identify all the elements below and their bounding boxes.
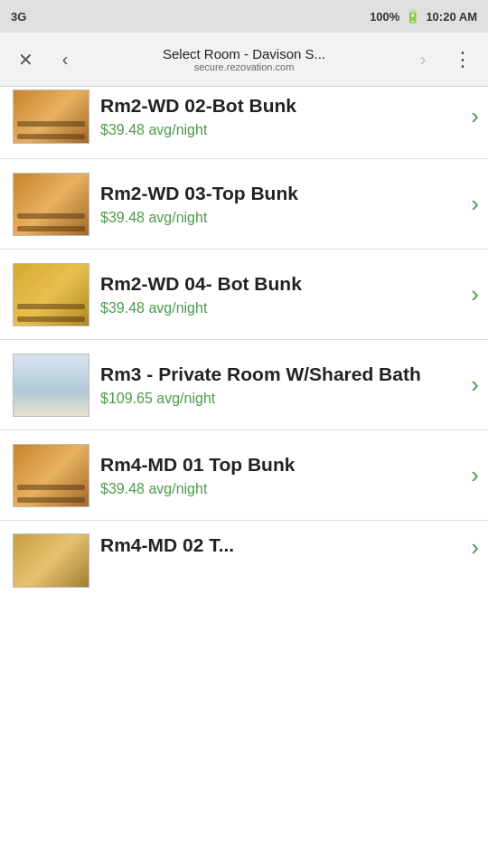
list-item[interactable]: Rm4-MD 01 Top Bunk $39.48 avg/night › [0,430,488,521]
room-name: Rm4-MD 02 T... [100,533,464,556]
battery-icon: 🔋 [405,9,420,24]
room-arrow-icon[interactable]: › [471,190,479,218]
browser-nav-bar: ✕ ‹ Select Room - Davison S... secure.re… [0,33,488,87]
status-bar: 3G 100% 🔋 10:20 AM [0,0,488,33]
room-info: Rm3 - Private Room W/Shared Bath $109.65… [100,363,464,407]
back-button[interactable]: ‹ [49,43,81,76]
list-item[interactable]: Rm4-MD 02 T... › [0,521,488,611]
room-arrow-icon[interactable]: › [471,371,479,399]
time-display: 10:20 AM [426,10,477,24]
signal-indicator: 3G [11,10,26,24]
room-price: $39.48 avg/night [100,300,464,316]
room-thumbnail [13,263,89,326]
url-container: Select Room - Davison S... secure.rezova… [89,46,399,72]
room-arrow-icon[interactable]: › [471,533,479,561]
forward-button[interactable]: › [407,43,439,76]
status-bar-right: 100% 🔋 10:20 AM [370,9,477,24]
room-thumbnail [13,173,89,236]
room-name: Rm2-WD 03-Top Bunk [100,182,464,204]
room-name: Rm4-MD 01 Top Bunk [100,453,464,476]
room-info: Rm4-MD 01 Top Bunk $39.48 avg/night [100,453,464,497]
room-thumbnail [13,354,89,417]
room-info: Rm2-WD 04- Bot Bunk $39.48 avg/night [100,272,464,316]
close-button[interactable]: ✕ [9,43,42,76]
room-thumbnail [13,533,89,588]
room-arrow-icon[interactable]: › [471,280,479,308]
room-name: Rm2-WD 04- Bot Bunk [100,272,464,295]
room-price: $39.48 avg/night [100,122,464,138]
room-name: Rm2-WD 02-Bot Bunk [100,94,464,117]
page-title: Select Room - Davison S... [163,46,325,61]
room-info: Rm2-WD 03-Top Bunk $39.48 avg/night [100,182,464,226]
room-list: Rm2-WD 02-Bot Bunk $39.48 avg/night › Rm… [0,87,488,611]
room-info: Rm4-MD 02 T... [100,533,464,561]
more-menu-button[interactable]: ⋮ [446,43,479,76]
room-price: $39.48 avg/night [100,210,464,226]
room-name: Rm3 - Private Room W/Shared Bath [100,363,464,385]
room-arrow-icon[interactable]: › [471,102,479,130]
list-item[interactable]: Rm2-WD 02-Bot Bunk $39.48 avg/night › [0,87,488,159]
room-thumbnail [13,444,89,507]
room-arrow-icon[interactable]: › [471,461,479,489]
room-price: $109.65 avg/night [100,391,464,407]
page-url: secure.rezovation.com [194,61,295,72]
list-item[interactable]: Rm2-WD 03-Top Bunk $39.48 avg/night › [0,159,488,250]
list-item[interactable]: Rm2-WD 04- Bot Bunk $39.48 avg/night › [0,250,488,340]
room-thumbnail [13,90,89,144]
list-item[interactable]: Rm3 - Private Room W/Shared Bath $109.65… [0,340,488,430]
room-info: Rm2-WD 02-Bot Bunk $39.48 avg/night [100,94,464,138]
battery-percent: 100% [370,10,399,24]
room-price: $39.48 avg/night [100,481,464,497]
